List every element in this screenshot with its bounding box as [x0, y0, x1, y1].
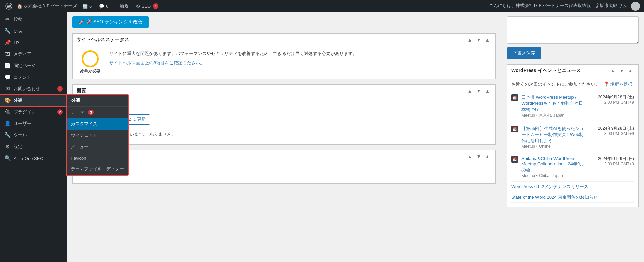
- adminbar-site[interactable]: 🏠 株式会社ＤＰパートナーズ: [17, 3, 77, 9]
- event-info-3: Saitama&Chiba WordPress Meetup Collabora…: [521, 156, 586, 178]
- event-info-2: 【第55回】生成AIを使ったショートムービー制作実演！Web制作に活用しよう M…: [521, 126, 586, 149]
- wp-logo[interactable]: W: [4, 1, 14, 11]
- adminbar-updates[interactable]: 🔄 6: [80, 4, 94, 9]
- event-cal-icon-1: 📅: [511, 94, 518, 101]
- sidebar-item-settings[interactable]: ⚙ 設定: [0, 141, 67, 152]
- contact-badge: 1: [57, 86, 63, 92]
- overview-widget: 概要 ▲ ▼ ▲ 📋 9件の固定ページ: [72, 84, 496, 145]
- svg-text:W: W: [7, 4, 11, 9]
- sidebar-item-aioseo[interactable]: 🔍 All in One SEO: [0, 152, 67, 164]
- main-left-column: 🚀 🚀 SEO ランキングを改善 サイトヘルスステータス ▲ ▼ ▲: [67, 12, 501, 262]
- submenu-widgets[interactable]: ウィジェット: [67, 130, 128, 141]
- event-title-2[interactable]: 【第55回】生成AIを使ったショートムービー制作実演！Web制作に活用しよう: [521, 126, 584, 143]
- site-health-widget: サイトヘルスステータス ▲ ▼ ▲ 改善が必要: [72, 33, 496, 79]
- users-icon: 👤: [4, 120, 11, 127]
- event-title-1[interactable]: 日本橋 WordPress Meetup / WordPressもくもく勉強会@…: [521, 95, 583, 112]
- sidebar-item-appearance[interactable]: 🎨 外観 外観 テーマ 3: [0, 95, 67, 106]
- posts-icon: ✏: [4, 16, 11, 22]
- overview-collapse-down[interactable]: ▼: [475, 87, 482, 94]
- wp-events-drag[interactable]: ▲: [627, 67, 634, 74]
- news-link-1[interactable]: WordPress 6.6.2メンテナンスリリース: [511, 182, 634, 192]
- sidebar-item-cta[interactable]: 🔧 CTA: [0, 25, 67, 37]
- wp-events-controls: ▲ ▼ ▲: [609, 67, 634, 74]
- cta-icon: 🔧: [4, 28, 11, 34]
- activity-collapse-up[interactable]: ▲: [466, 153, 473, 160]
- location-select[interactable]: 場所を選択: [610, 81, 632, 87]
- wp-events-collapse-down[interactable]: ▼: [618, 67, 625, 74]
- wp-events-collapse-up[interactable]: ▲: [609, 67, 616, 74]
- seo-badge: !: [153, 3, 158, 9]
- adminbar-seo[interactable]: ⚙ SEO !: [134, 3, 160, 9]
- tools-icon: 🔧: [4, 132, 11, 138]
- theme-badge: 3: [88, 110, 94, 115]
- sidebar-item-comments[interactable]: 💬 コメント: [0, 71, 67, 83]
- main-right-column: 下書き保存 WordPress イベントとニュース ▲ ▼ ▲ お近くの次回のイ…: [501, 12, 644, 262]
- activity-content: [73, 163, 495, 183]
- event-meta-2: Meetup • Online: [521, 144, 586, 149]
- aioseo-icon: 🔍: [4, 155, 11, 161]
- site-health-collapse-up[interactable]: ▲: [466, 36, 473, 43]
- sidebar-item-contact[interactable]: ✉ お問い合わせ 1: [0, 83, 67, 95]
- sidebar-item-pages[interactable]: 📄 固定ページ: [0, 60, 67, 71]
- overview-content: 📋 9件の固定ページ (Extension テーマ) 6.6.2 に更新 ログを…: [73, 97, 495, 144]
- location-icon: 📍: [603, 81, 609, 87]
- health-label: 改善が必要: [80, 69, 100, 75]
- seo-rocket-icon: 🚀: [78, 19, 84, 25]
- site-health-status-icon: 改善が必要: [77, 50, 104, 75]
- overview-collapse-up[interactable]: ▲: [466, 87, 473, 94]
- seo-ranking-button[interactable]: 🚀 🚀 SEO ランキングを改善: [72, 16, 149, 28]
- main-content: 🚀 🚀 SEO ランキングを改善 サイトヘルスステータス ▲ ▼ ▲: [67, 12, 644, 262]
- health-circle: [82, 50, 99, 67]
- site-health-header: サイトヘルスステータス ▲ ▼ ▲: [73, 34, 495, 46]
- overview-controls: ▲ ▼ ▲: [466, 87, 491, 94]
- event-item-1: 📅 日本橋 WordPress Meetup / WordPressもくもく勉強…: [511, 91, 634, 122]
- event-title-3[interactable]: Saitama&Chiba WordPress Meetup Collabora…: [521, 156, 584, 173]
- submenu-favicon[interactable]: Favicon: [67, 153, 128, 163]
- sidebar-item-lp[interactable]: 📌 LP: [0, 37, 67, 48]
- sidebar-item-users[interactable]: 👤 ユーザー: [0, 118, 67, 129]
- lp-icon: 📌: [4, 39, 11, 46]
- event-meta-1: Meetup • 東京都, Japan: [521, 113, 586, 118]
- adminbar-greeting: こんにちは、株式会社ＤＰパートナーズ代表取締役 彦坂康太郎 さん: [489, 2, 640, 11]
- activity-collapse-down[interactable]: ▼: [475, 153, 482, 160]
- sidebar-item-plugins[interactable]: 🔌 プラグイン 2: [0, 106, 67, 118]
- wp-events-content: お近くの次回のイベントにご参加ください。 📍 場所を選択 📅 日本橋 WordP…: [507, 77, 638, 207]
- submenu-customize[interactable]: カスタマイズ: [67, 118, 128, 130]
- admin-bar: W 🏠 株式会社ＤＰパートナーズ 🔄 6 💬 0 + 新規 ⚙ SEO ! こん…: [0, 0, 644, 12]
- submenu-theme-editor[interactable]: テーマファイルエディター: [67, 163, 128, 175]
- site-health-content: 改善が必要 サイトに重大な問題があります。パフォーマンスやセキュリティを改善する…: [73, 46, 495, 79]
- plugins-badge: 2: [57, 109, 63, 115]
- draft-textarea[interactable]: [507, 16, 639, 44]
- no-spam: ありません。: [149, 130, 176, 139]
- activity-controls: ▲ ▼ ▲: [466, 153, 491, 160]
- settings-icon: ⚙: [4, 144, 11, 150]
- activity-widget: アクティビティ ▲ ▼ ▲: [72, 150, 496, 184]
- sidebar-item-media[interactable]: 🖼 メディア: [0, 48, 67, 60]
- overview-title: 概要: [77, 88, 86, 94]
- sidebar-item-posts[interactable]: ✏ 投稿: [0, 14, 67, 25]
- event-date-1: 2024年9月28日 (土) 2:00 PM GMT+9: [590, 94, 634, 105]
- event-date-3: 2024年9月29日 (日) 2:00 PM GMT+9: [590, 156, 634, 166]
- adminbar-comments[interactable]: 💬 0: [97, 4, 110, 9]
- news-link-2[interactable]: State of the Word 2024 東京開催のお知らせ: [511, 192, 634, 203]
- event-item-2: 📅 【第55回】生成AIを使ったショートムービー制作実演！Web制作に活用しよう…: [511, 122, 634, 152]
- site-health-link[interactable]: サイトヘルス画面上の8項目をご確認ください。: [109, 60, 205, 65]
- event-date-2: 2024年9月28日 (土) 8:00 PM GMT+9: [590, 126, 634, 136]
- adminbar-new[interactable]: + 新規: [114, 3, 130, 9]
- event-cal-icon-2: 📅: [511, 126, 518, 132]
- draft-save-button[interactable]: 下書き保存: [507, 47, 541, 59]
- activity-drag[interactable]: ▲: [484, 153, 491, 160]
- submenu-header[interactable]: 外観: [67, 95, 128, 107]
- media-icon: 🖼: [4, 51, 11, 57]
- submenu-menus[interactable]: メニュー: [67, 141, 128, 153]
- contact-icon: ✉: [4, 86, 11, 92]
- sidebar-item-tools[interactable]: 🔧 ツール: [0, 129, 67, 141]
- submenu-themes[interactable]: テーマ 3: [67, 107, 128, 118]
- overview-drag[interactable]: ▲: [484, 87, 491, 94]
- event-info-1: 日本橋 WordPress Meetup / WordPressもくもく勉強会@…: [521, 94, 586, 118]
- site-health-drag[interactable]: ▲: [484, 36, 491, 43]
- site-health-collapse-down[interactable]: ▼: [475, 36, 482, 43]
- appearance-icon: 🎨: [4, 97, 11, 103]
- appearance-submenu: 外観 テーマ 3 カスタマイズ: [67, 95, 128, 175]
- event-meta-3: Meetup • Chiba, Japan: [521, 173, 586, 178]
